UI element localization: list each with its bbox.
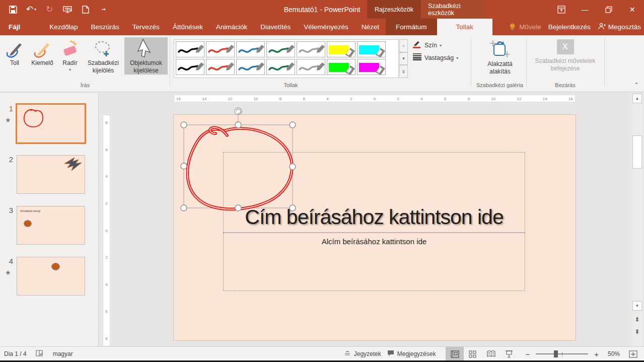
- red-pen[interactable]: [206, 41, 235, 57]
- eraser-icon: [60, 37, 80, 59]
- tab-beszúrás[interactable]: Beszúrás: [85, 19, 126, 35]
- save-icon[interactable]: [5, 2, 21, 17]
- thumbnail-number: 1: [5, 104, 13, 113]
- undo-icon[interactable]: ↶▾: [23, 2, 39, 17]
- kiemel--button[interactable]: Kiemelő: [28, 37, 57, 67]
- gallery-more-icon[interactable]: ⊻: [399, 65, 408, 78]
- select-objects-icon: [137, 37, 155, 59]
- comments-button[interactable]: Megjegyzések: [384, 347, 439, 361]
- slide-thumbnail-panel: 1★23Animálandó szöveg!4★: [0, 93, 99, 346]
- green-pen-thick[interactable]: [266, 59, 295, 75]
- objektumok-kijel-l-se-button[interactable]: Objektumok kijelölése: [124, 37, 168, 75]
- pen-gallery: [174, 39, 399, 78]
- gallery-down-icon[interactable]: ▼: [399, 52, 408, 65]
- notes-button[interactable]: Jegyzetek: [341, 347, 384, 361]
- previous-slide-icon[interactable]: ▲▲: [632, 314, 642, 324]
- finish-x-icon: X: [557, 39, 574, 54]
- thumbnail-slide[interactable]: [17, 104, 85, 143]
- blue-pen[interactable]: [236, 41, 265, 57]
- contextual-header-draw-tools[interactable]: Rajzeszközök: [367, 0, 421, 19]
- black-pen-thick[interactable]: [176, 59, 204, 75]
- red-pen-thick[interactable]: [206, 59, 235, 75]
- scroll-up-icon[interactable]: ▲: [632, 94, 642, 103]
- thumbnail-slide[interactable]: [17, 155, 85, 194]
- collapse-ribbon-icon[interactable]: ⌃: [634, 82, 639, 89]
- thumbnail-slide[interactable]: Animálandó szöveg!: [17, 206, 85, 245]
- green-highlighter[interactable]: [327, 59, 355, 75]
- restore-icon[interactable]: [597, 0, 620, 19]
- szabadk-zi-kijel-l-s-button[interactable]: Szabadkézi kijelölés: [83, 37, 123, 75]
- share-person-icon: [598, 23, 606, 31]
- slide[interactable]: Cím beírásához kattintson ide Alcím beír…: [174, 115, 576, 340]
- ribbon-display-options-icon[interactable]: [549, 0, 573, 19]
- language-indicator[interactable]: magyar: [53, 350, 73, 357]
- zoom-slider[interactable]: [536, 353, 588, 354]
- slide-sorter-view-button[interactable]: [464, 347, 482, 361]
- thumbnail-slide[interactable]: [17, 257, 85, 296]
- next-slide-icon[interactable]: ▼▼: [632, 327, 642, 337]
- lightbulb-icon: 💡: [508, 23, 517, 31]
- pen-color-button[interactable]: Szín▾: [413, 40, 442, 50]
- slide-indicator[interactable]: Dia 1 / 4: [4, 350, 27, 357]
- vertical-scrollbar: ▲ ▼ ▲▲ ▼▼: [632, 93, 642, 346]
- tab-áttűnések[interactable]: Áttűnések: [166, 19, 209, 35]
- spellcheck-icon[interactable]: [36, 350, 44, 358]
- title-placeholder-text: Cím beírásához kattintson ide: [245, 205, 503, 232]
- title-placeholder[interactable]: Cím beírásához kattintson ide: [223, 152, 525, 233]
- tab-diavetítés[interactable]: Diavetítés: [254, 19, 297, 35]
- pens-group-label: Tollak: [174, 82, 408, 88]
- tab-formátum[interactable]: Formátum: [386, 19, 437, 35]
- sign-in-button[interactable]: Bejelentkezés: [548, 23, 591, 31]
- scroll-down-icon[interactable]: ▼: [632, 301, 642, 311]
- rad-r-button[interactable]: Radír▾: [59, 37, 81, 72]
- tell-me-button[interactable]: 💡 Művele: [508, 23, 541, 31]
- gray-pen[interactable]: [297, 41, 325, 57]
- tab-tervezés[interactable]: Tervezés: [126, 19, 166, 35]
- contextual-header-ink-tools[interactable]: Szabadkézi eszközök: [421, 0, 485, 19]
- scrollbar-thumb[interactable]: [632, 135, 642, 169]
- Objektumok kijelölése-label: Objektumok kijelölése: [124, 59, 168, 75]
- customize-qat-icon[interactable]: ⹀▾: [96, 2, 112, 17]
- tab-fájl[interactable]: Fájl: [0, 19, 29, 35]
- close-group-label: Bezárás: [529, 82, 602, 88]
- thumbnail-text: Animálandó szöveg!: [20, 210, 41, 212]
- new-file-icon[interactable]: [78, 2, 94, 17]
- fit-to-window-icon[interactable]: [624, 347, 642, 361]
- blue-pen-thick[interactable]: [236, 59, 265, 75]
- zoom-level[interactable]: 50%: [601, 350, 620, 357]
- minimize-icon[interactable]: —: [573, 0, 597, 19]
- gallery-up-icon[interactable]: ▲: [399, 39, 408, 52]
- redo-icon[interactable]: ↻: [41, 2, 57, 17]
- cyan-highlighter[interactable]: [357, 41, 386, 57]
- convert-shape-icon: [476, 37, 524, 58]
- zoom-slider-thumb[interactable]: [554, 350, 558, 357]
- shape-group-label: Szabadkézi galéria: [473, 82, 526, 88]
- finish-ink-actions-button[interactable]: X Szabadkézi műveletek befejezése: [529, 37, 602, 73]
- start-slideshow-icon[interactable]: [59, 2, 76, 17]
- tab-tollak[interactable]: Tollak: [437, 19, 493, 35]
- status-bar: Dia 1 / 4 magyar Jegyzetek Megjegyzések: [0, 346, 644, 360]
- close-icon[interactable]: ✕: [620, 0, 644, 19]
- gray-pen-thick[interactable]: [297, 59, 325, 75]
- highlighter-icon: [32, 37, 52, 59]
- tab-animációk[interactable]: Animációk: [209, 19, 254, 35]
- magenta-highlighter[interactable]: [357, 59, 386, 75]
- black-pen[interactable]: [176, 41, 204, 57]
- zoom-out-icon[interactable]: −: [523, 350, 532, 358]
- tab-véleményezés[interactable]: Véleményezés: [297, 19, 355, 35]
- slideshow-view-button[interactable]: [500, 347, 518, 361]
- zoom-in-icon[interactable]: +: [592, 350, 601, 358]
- pen-thickness-button[interactable]: Vastagság▾: [413, 53, 458, 62]
- reading-view-button[interactable]: [482, 347, 500, 361]
- yellow-highlighter[interactable]: [327, 41, 355, 57]
- green-pen[interactable]: [266, 41, 295, 57]
- toll-button[interactable]: Toll: [4, 37, 25, 67]
- convert-to-shape-button[interactable]: Alakzattá alakítás: [476, 37, 524, 76]
- notes-icon: [344, 350, 351, 358]
- share-button[interactable]: Megosztás: [598, 23, 641, 31]
- tab-nézet[interactable]: Nézet: [355, 19, 386, 35]
- normal-view-button[interactable]: [446, 347, 464, 361]
- tab-kezdőlap[interactable]: Kezdőlap: [43, 19, 84, 35]
- write-group-label: Írás: [4, 82, 166, 88]
- subtitle-placeholder[interactable]: Alcím beírásához kattintson ide: [223, 233, 525, 291]
